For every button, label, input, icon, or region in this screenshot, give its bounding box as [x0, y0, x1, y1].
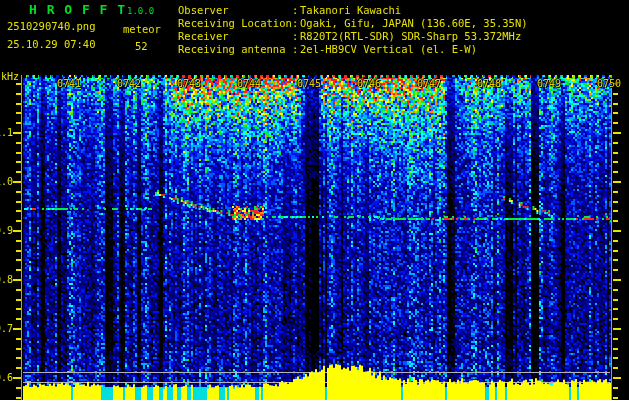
- hrofft-output-window: H R O F F T 1.0.0 2510290740.png meteor …: [0, 0, 629, 400]
- app-title: H R O F F T: [29, 3, 126, 17]
- frequency-axis-unit: kHz: [1, 71, 19, 82]
- colon: :: [292, 5, 300, 17]
- colon: :: [292, 31, 300, 43]
- app-version: 1.0.0: [127, 7, 154, 17]
- time-label-0743: 0743: [177, 78, 201, 89]
- freq-label-0.8: 0.8: [0, 274, 13, 285]
- info-row-location: Receiving Location:Ogaki, Gifu, JAPAN (1…: [178, 18, 528, 30]
- info-label: Receiver: [178, 31, 292, 43]
- mode-label: meteor: [123, 24, 161, 36]
- time-label-0741: 0741: [57, 78, 81, 89]
- time-label-0750: 0750: [597, 78, 621, 89]
- info-label: Receiving antenna: [178, 44, 292, 56]
- time-label-0748: 0748: [477, 78, 501, 89]
- freq-label-0.6: 0.6: [0, 372, 13, 383]
- spectrogram-canvas: [0, 0, 629, 400]
- info-value: Ogaki, Gifu, JAPAN (136.60E, 35.35N): [300, 17, 528, 29]
- freq-label-1.1: 1.1: [0, 127, 13, 138]
- info-row-receiver: Receiver:R820T2(RTL-SDR) SDR-Sharp 53.37…: [178, 31, 521, 43]
- freq-label-0.7: 0.7: [0, 323, 13, 334]
- colon: :: [292, 18, 300, 30]
- info-row-antenna: Receiving antenna:2el-HB9CV Vertical (el…: [178, 44, 477, 56]
- time-label-0749: 0749: [537, 78, 561, 89]
- time-label-0742: 0742: [117, 78, 141, 89]
- info-row-observer: Observer:Takanori Kawachi: [178, 5, 401, 17]
- time-label-0745: 0745: [297, 78, 321, 89]
- echo-count: 52: [135, 41, 148, 53]
- freq-label-1.0: 1.0: [0, 176, 13, 187]
- info-value: R820T2(RTL-SDR) SDR-Sharp 53.372MHz: [300, 30, 521, 42]
- observation-datetime: 25.10.29 07:40: [7, 39, 96, 51]
- time-label-0747: 0747: [417, 78, 441, 89]
- freq-label-0.9: 0.9: [0, 225, 13, 236]
- info-label: Observer: [178, 5, 292, 17]
- colon: :: [292, 44, 300, 56]
- output-filename: 2510290740.png: [7, 21, 96, 33]
- time-label-0744: 0744: [237, 78, 261, 89]
- info-value: 2el-HB9CV Vertical (el. E-W): [300, 43, 477, 55]
- time-label-0746: 0746: [357, 78, 381, 89]
- info-label: Receiving Location: [178, 18, 292, 30]
- info-value: Takanori Kawachi: [300, 4, 401, 16]
